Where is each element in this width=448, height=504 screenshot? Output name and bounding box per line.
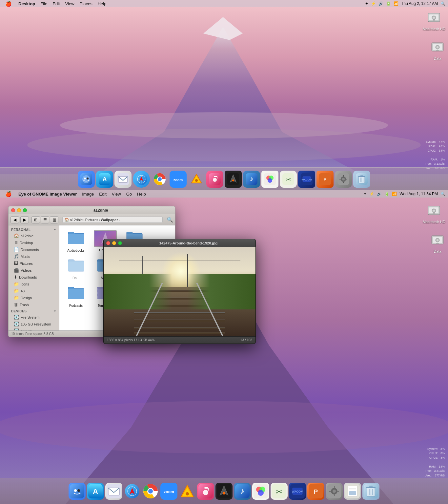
dock-finder[interactable] xyxy=(78,171,95,188)
dock-scissors[interactable]: ✂ xyxy=(280,171,297,188)
menu-view-bottom[interactable]: View xyxy=(109,192,124,197)
drive-icon-data[interactable]: Data xyxy=(430,39,445,60)
dock-zoom[interactable]: zoom xyxy=(170,171,187,188)
sidebar-item-documents[interactable]: 📄 Documents xyxy=(9,246,59,253)
menu-icon-1: ✦ xyxy=(365,1,368,6)
dock-b-mail[interactable] xyxy=(105,483,122,500)
menu-edit-bottom[interactable]: Edit xyxy=(96,192,109,197)
dock-b-ppt[interactable]: P xyxy=(307,483,324,500)
dock-trash-top[interactable] xyxy=(353,171,370,188)
dock-b-sysprefs[interactable] xyxy=(326,483,343,500)
folder-audiobooks[interactable]: Audiobooks xyxy=(62,228,90,254)
sidebar-item-downloads[interactable]: ⬇ Downloads xyxy=(9,274,59,281)
dock-b-zoom[interactable]: zoom xyxy=(160,483,177,500)
sidebar-item-trash[interactable]: 🗑 Trash xyxy=(9,301,59,308)
dock-ppt[interactable]: P xyxy=(316,171,334,188)
sidebar-item-desktop[interactable]: 🖥 Desktop xyxy=(9,239,59,246)
dock-b-scissors[interactable]: ✂ xyxy=(271,483,288,500)
dock-wacom[interactable]: WACOM xyxy=(298,171,315,188)
dock-chrome[interactable] xyxy=(151,171,168,188)
fm-icon-view-btn[interactable]: ⊞ xyxy=(31,216,40,223)
svg-point-7 xyxy=(433,20,435,22)
sidebar-item-design[interactable]: 📁 Design xyxy=(9,294,59,301)
trash-icon-si: 🗑 xyxy=(14,302,18,307)
fm-list-view-btn[interactable]: ☰ xyxy=(41,216,49,223)
sidebar-item-music[interactable]: 🎵 Music xyxy=(9,253,59,260)
home-icon: 🏠 xyxy=(14,233,19,238)
drive-icon-hd2b[interactable]: Data xyxy=(430,232,445,253)
dock-sysprefs[interactable] xyxy=(335,171,352,188)
iv-close-btn[interactable] xyxy=(106,241,110,245)
dock-b-wacom[interactable]: WACOM xyxy=(289,483,306,500)
menu-help-bottom[interactable]: Help xyxy=(134,192,149,197)
dock-mail[interactable] xyxy=(114,171,132,188)
search-icon-bottom[interactable]: 🔍 xyxy=(440,192,445,196)
folder-podcasts[interactable]: Podcasts xyxy=(62,283,90,309)
drive-icon-macintosh-hd[interactable]: Macintosh HD xyxy=(423,10,445,31)
fm-breadcrumb: 🏠 a12dhie › Pictures › Wallpaper › xyxy=(62,217,163,223)
menu-icon-b2: ⚡ xyxy=(369,192,374,196)
sidebar-item-videos[interactable]: 🎬 Videos xyxy=(9,267,59,274)
sidebar-item-icons[interactable]: 📁 icons xyxy=(9,281,59,287)
search-icon-top[interactable]: 🔍 xyxy=(440,1,445,6)
dock-b-appstore[interactable]: A xyxy=(87,483,104,500)
fm-search-btn[interactable]: 🔍 xyxy=(167,217,173,223)
menu-file-top[interactable]: File xyxy=(38,1,50,6)
sidebar-item-home[interactable]: 🏠 a12dhie xyxy=(9,232,59,239)
fm-column-view-btn[interactable]: ▥ xyxy=(50,216,58,223)
menu-view-top[interactable]: View xyxy=(63,1,77,6)
bc-sep-3: › xyxy=(118,218,120,222)
iv-statusbar: 1366 × 854 pixels 171.3 KB 44% 13 / 108 xyxy=(104,336,255,344)
dock-amarok[interactable]: ♪ xyxy=(243,171,260,188)
dock-safari[interactable] xyxy=(133,171,150,188)
dock-b-finder[interactable] xyxy=(69,483,86,500)
fm-titlebar: a12dhie xyxy=(9,206,175,214)
window-close-btn[interactable] xyxy=(11,208,15,212)
svg-point-117 xyxy=(258,490,264,496)
dock-b-trash[interactable] xyxy=(362,483,379,500)
bc-wallpaper[interactable]: Wallpaper xyxy=(101,218,118,222)
dock-b-inkscape[interactable] xyxy=(215,483,233,500)
bc-pictures[interactable]: Pictures xyxy=(85,218,98,222)
dock-inkscape[interactable] xyxy=(225,171,242,188)
dock-colorsync[interactable] xyxy=(261,171,278,188)
iv-minimize-btn[interactable] xyxy=(112,241,116,245)
apple-menu[interactable]: 🍎 xyxy=(3,1,14,7)
menu-help-top[interactable]: Help xyxy=(95,1,109,6)
dock-b-colorsync[interactable] xyxy=(252,483,269,500)
sidebar-item-105gb[interactable]: 💽 105 GB Filesystem xyxy=(9,321,59,327)
dock-b-vlc[interactable] xyxy=(179,483,196,500)
dock-appstore[interactable]: A xyxy=(96,171,113,188)
fm-forward-btn[interactable]: ▶ xyxy=(20,216,29,223)
dock-b-amarok[interactable]: ♪ xyxy=(234,483,251,500)
app-name-bottom[interactable]: Eye of GNOME Image Viewer xyxy=(16,192,79,197)
iv-maximize-btn[interactable] xyxy=(118,241,122,245)
dock-b-itunes[interactable] xyxy=(197,483,214,500)
dock-vlc[interactable] xyxy=(188,171,205,188)
drive-icon-hd1b[interactable]: Macintosh HD xyxy=(423,203,445,224)
devices-header: Devices ▼ xyxy=(9,308,59,314)
bc-user[interactable]: a12dhie xyxy=(70,218,83,222)
menu-image[interactable]: Image xyxy=(79,192,96,197)
dock-itunes[interactable] xyxy=(206,171,223,188)
window-minimize-btn[interactable] xyxy=(17,208,21,212)
menu-places-top[interactable]: Places xyxy=(77,1,95,6)
drive-icon-img xyxy=(426,10,442,26)
svg-text:zoom: zoom xyxy=(173,178,183,182)
sidebar-item-filesystem[interactable]: 💽 File System xyxy=(9,314,59,321)
window-maximize-btn[interactable] xyxy=(23,208,27,212)
drive-label-b1: Macintosh HD xyxy=(423,220,445,224)
app-name-top[interactable]: Desktop xyxy=(16,1,38,6)
svg-rect-136 xyxy=(349,491,356,495)
dock-b-chrome[interactable] xyxy=(142,483,159,500)
menu-go[interactable]: Go xyxy=(124,192,134,197)
fm-back-btn[interactable]: ◀ xyxy=(10,216,19,223)
apple-menu-bottom[interactable]: 🍎 xyxy=(3,191,14,197)
sidebar-item-pictures[interactable]: 🖼 Pictures xyxy=(9,260,59,267)
dock-b-safari[interactable] xyxy=(124,483,141,500)
folder-do-partial[interactable]: Do... xyxy=(62,256,90,282)
sidebar-item-48[interactable]: 📁 48 xyxy=(9,287,59,294)
dock-b-preview[interactable] xyxy=(344,483,361,500)
menu-edit-top[interactable]: Edit xyxy=(50,1,62,6)
sidebar-item-music-dev[interactable]: 💽 MUSIC xyxy=(9,327,59,330)
